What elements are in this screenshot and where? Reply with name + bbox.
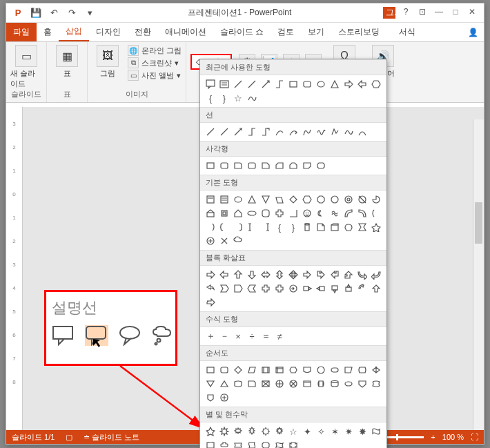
shape-scribble[interactable] <box>315 126 327 138</box>
screenshot-button[interactable]: ⧉스크린샷 ▾ <box>128 57 182 68</box>
shape-item[interactable] <box>301 193 313 206</box>
shape-item[interactable] <box>259 193 272 206</box>
shape-curve2[interactable] <box>287 126 300 138</box>
shape-item[interactable] <box>342 378 355 390</box>
shape-item[interactable] <box>273 282 286 295</box>
shape-item[interactable] <box>370 193 382 206</box>
shape-item[interactable] <box>204 391 217 404</box>
online-pictures-button[interactable]: 🌐온라인 그림 <box>128 45 182 56</box>
shape-item[interactable] <box>204 425 217 438</box>
vertical-scrollbar[interactable] <box>473 119 484 430</box>
shape-line-c[interactable] <box>232 126 244 138</box>
shape-item[interactable] <box>273 269 286 281</box>
shape-r3[interactable] <box>232 159 244 172</box>
shape-star[interactable]: ☆ <box>232 92 244 104</box>
shape-item[interactable] <box>259 439 272 448</box>
minimize-icon[interactable]: — <box>433 7 445 19</box>
shape-triangle[interactable] <box>329 78 341 90</box>
maximize-icon[interactable]: □ <box>449 7 462 19</box>
notes-button[interactable]: ≐ 슬라이드 노트 <box>84 432 139 442</box>
shape-item[interactable] <box>356 207 369 220</box>
shape-item[interactable] <box>204 221 217 233</box>
shape-item[interactable]: } <box>287 221 300 233</box>
shape-item[interactable] <box>356 269 369 281</box>
shape-item[interactable] <box>259 269 272 281</box>
shape-item[interactable] <box>259 282 272 295</box>
tab-format[interactable]: 서식 <box>392 23 422 41</box>
shape-curve[interactable] <box>273 126 286 138</box>
shape-item[interactable]: ☆ <box>287 425 300 438</box>
photo-album-button[interactable]: ▭사진 앨범 ▾ <box>128 70 182 81</box>
fit-window-icon[interactable]: ⛶ <box>471 433 478 441</box>
shape-item[interactable] <box>218 282 231 295</box>
shape-item[interactable] <box>287 282 300 295</box>
shape-line-a[interactable] <box>204 126 217 138</box>
shape-item[interactable] <box>370 425 382 438</box>
shape-item[interactable] <box>218 221 231 233</box>
shape-item[interactable] <box>204 378 217 390</box>
tab-insert[interactable]: 삽입 <box>59 23 89 41</box>
shape-item[interactable] <box>329 207 341 220</box>
app-icon[interactable]: P <box>10 6 26 21</box>
shape-item[interactable] <box>287 207 300 220</box>
shape-item[interactable] <box>273 439 286 448</box>
shape-item[interactable] <box>218 269 231 281</box>
shape-item[interactable] <box>259 425 272 438</box>
shape-item[interactable] <box>301 378 313 390</box>
shape-item[interactable] <box>259 221 272 233</box>
shape-item[interactable] <box>370 378 382 390</box>
shape-line[interactable] <box>232 78 244 90</box>
shape-line2[interactable] <box>246 78 258 90</box>
shape-item[interactable] <box>329 378 341 390</box>
shape-item[interactable] <box>329 221 341 233</box>
zoom-level[interactable]: 100 % <box>442 433 464 441</box>
shape-item[interactable] <box>246 193 258 206</box>
qat-dropdown-icon[interactable]: ▾ <box>82 6 97 21</box>
shape-item[interactable] <box>273 378 286 390</box>
shape-elbow2[interactable] <box>259 126 272 138</box>
shape-item[interactable] <box>232 221 244 233</box>
shape-item[interactable] <box>356 282 369 295</box>
tab-animations[interactable]: 애니메이션 <box>158 23 213 41</box>
shape-item[interactable] <box>301 269 313 281</box>
shape-item[interactable] <box>232 439 244 448</box>
shape-item[interactable]: ✧ <box>315 425 327 438</box>
shape-item[interactable] <box>259 207 272 220</box>
shape-item[interactable] <box>287 193 300 206</box>
shape-freeform2[interactable] <box>329 126 341 138</box>
shape-item[interactable] <box>232 364 244 376</box>
shape-item[interactable] <box>315 378 327 390</box>
shape-item[interactable] <box>218 391 231 404</box>
shape-item[interactable] <box>204 439 217 448</box>
shape-item[interactable] <box>218 378 231 390</box>
shape-item[interactable] <box>232 207 244 220</box>
shape-item[interactable] <box>287 439 300 448</box>
shape-lbrace[interactable]: { <box>204 92 217 104</box>
account-icon[interactable]: 👤 <box>468 28 478 37</box>
shape-item[interactable] <box>204 282 217 295</box>
shape-item[interactable] <box>315 364 327 376</box>
ribbon-display-icon[interactable]: ⊡ <box>416 7 429 19</box>
shape-hexagon[interactable] <box>370 78 382 90</box>
shape-item[interactable] <box>329 193 341 206</box>
shape-item[interactable] <box>218 193 231 206</box>
shape-item[interactable] <box>273 193 286 206</box>
zoom-callout-oval[interactable] <box>118 325 141 346</box>
shape-arrow[interactable] <box>259 78 272 90</box>
shape-oval[interactable] <box>315 78 327 90</box>
shape-neq[interactable]: ≠ <box>273 330 286 342</box>
shape-curve3[interactable] <box>301 126 313 138</box>
shape-eq[interactable]: ＝ <box>259 330 272 342</box>
shape-item[interactable] <box>342 282 355 295</box>
shape-minus[interactable]: － <box>218 330 231 342</box>
zoom-in-button[interactable]: + <box>431 433 435 441</box>
shape-item[interactable] <box>246 207 258 220</box>
shape-item[interactable] <box>370 269 382 281</box>
shape-rect[interactable] <box>287 78 300 90</box>
shape-rbrace[interactable]: } <box>218 92 231 104</box>
shape-rarrow[interactable] <box>342 78 355 90</box>
shape-item[interactable] <box>204 269 217 281</box>
pictures-button[interactable]: 🖼 그림 <box>92 45 124 79</box>
shape-connector[interactable] <box>273 78 286 90</box>
zoom-callout-cloud[interactable] <box>151 325 175 346</box>
